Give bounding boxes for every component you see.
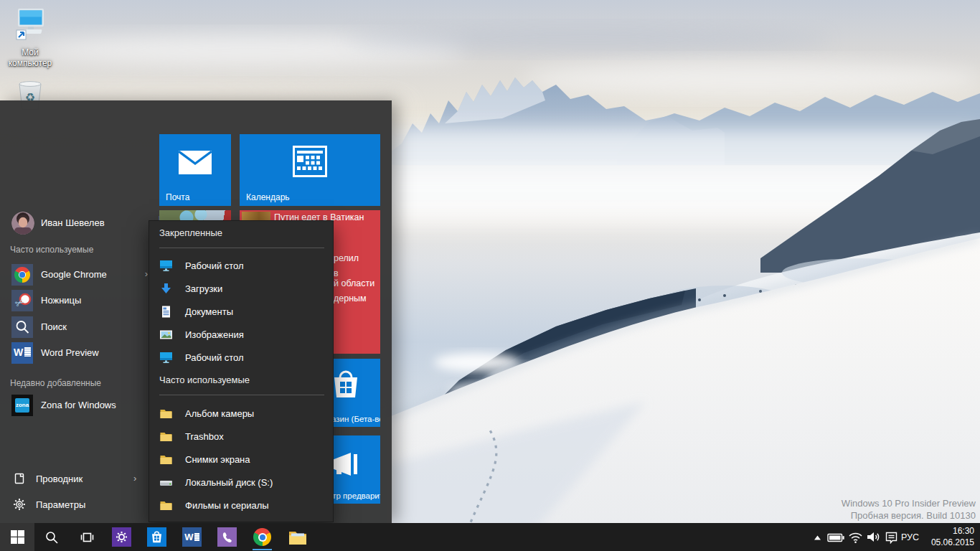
tile-mail[interactable]: Почта (159, 134, 231, 206)
chrome-icon (253, 528, 271, 546)
folder-icon (288, 529, 307, 545)
mail-icon (178, 150, 212, 176)
flyout-item-screenshots[interactable]: Снимки экрана (159, 453, 324, 468)
search-icon (44, 530, 59, 545)
chevron-up-icon (814, 534, 821, 541)
megaphone-icon (331, 451, 361, 477)
user-avatar[interactable] (11, 212, 34, 235)
desktop-monitor-icon (159, 352, 173, 364)
taskbar-word-app[interactable]: W (182, 527, 202, 547)
clock-time: 16:30 (931, 525, 974, 537)
flyout-item-camera-roll[interactable]: Альбом камеры (159, 407, 324, 423)
desktop: Мой компьютер ♻ Windows 10 Pro Insider P… (0, 0, 980, 551)
news-text-fragment: в (334, 268, 339, 278)
flyout-item-desktop[interactable]: Рабочий стол (159, 259, 324, 275)
start-item-search[interactable]: Поиск (11, 316, 152, 338)
taskbar-chrome-app[interactable] (253, 527, 272, 547)
folder-icon (159, 408, 173, 420)
calendar-icon (293, 146, 327, 177)
start-item-snipping-tool[interactable]: ✂ Ножницы (11, 290, 152, 311)
watermark-line1: Windows 10 Pro Insider Preview (842, 497, 976, 509)
word-icon: W (184, 532, 193, 542)
user-name[interactable]: Иван Шевелев (41, 217, 105, 228)
divider (159, 248, 324, 248)
action-center-icon (885, 531, 898, 544)
folder-icon (159, 453, 173, 466)
folder-icon (159, 499, 173, 512)
windows-logo-icon (11, 530, 24, 544)
flyout-item-pictures[interactable]: Изображения (159, 328, 324, 344)
taskbar-settings-app[interactable] (112, 527, 131, 547)
tray-action-center[interactable] (883, 530, 899, 544)
zona-icon: zona (11, 395, 33, 416)
insider-watermark: Windows 10 Pro Insider Preview Пробная в… (842, 497, 976, 522)
start-item-google-chrome[interactable]: Google Chrome › (11, 264, 152, 286)
task-view-icon (80, 530, 95, 545)
start-button[interactable] (0, 523, 34, 551)
phone-icon (222, 532, 233, 543)
desktop-icon-my-computer[interactable]: Мой компьютер (3, 6, 57, 69)
taskbar-search-button[interactable] (34, 523, 69, 551)
chevron-right-icon[interactable]: › (133, 473, 136, 484)
pinned-header: Закрепленные (159, 227, 222, 238)
picture-icon (159, 329, 173, 341)
tray-volume[interactable] (864, 530, 882, 544)
frequent-section-header: Часто используемые (10, 245, 93, 255)
tray-clock[interactable]: 16:30 05.06.2015 (931, 525, 974, 548)
wifi-icon (848, 531, 863, 544)
drive-icon (159, 476, 173, 489)
folder-icon (159, 430, 173, 443)
store-bag-icon (332, 369, 359, 400)
desktop-icon-label: Мой компьютер (9, 47, 52, 68)
snipping-tool-icon: ✂ (11, 290, 33, 311)
download-arrow-icon (159, 283, 173, 295)
my-computer-icon (3, 6, 57, 46)
battery-icon (827, 532, 845, 543)
news-text-fragment: й области (334, 278, 374, 288)
taskbar-store-app[interactable] (147, 527, 166, 547)
watermark-line2: Пробная версия. Build 10130 (842, 509, 976, 522)
start-item-zona[interactable]: zona Zona for Windows (11, 395, 152, 416)
clock-date: 05.06.2015 (931, 537, 974, 548)
tray-wifi[interactable] (847, 530, 863, 544)
recent-section-header: Недавно добавленные (10, 378, 101, 388)
news-text-fragment: релил (334, 253, 359, 263)
tray-show-hidden-icons[interactable] (811, 532, 823, 542)
store-bag-icon (151, 530, 163, 544)
file-explorer-outline-icon (13, 472, 26, 485)
flyout-item-trashbox[interactable]: Trashbox (159, 430, 324, 446)
taskbar-phone-app[interactable] (217, 527, 237, 547)
chrome-running-indicator (253, 549, 272, 550)
word-icon: W (11, 342, 33, 364)
word-page-icon (194, 533, 199, 541)
gear-icon (13, 498, 26, 511)
taskbar: W (0, 523, 980, 551)
nav-item-explorer[interactable]: Проводник › (13, 471, 149, 489)
flyout-item-local-disk[interactable]: Локальный диск (S:) (159, 476, 324, 491)
flyout-item-downloads[interactable]: Загрузки (159, 282, 324, 298)
taskbar-explorer-app[interactable] (288, 527, 307, 547)
gear-icon (116, 531, 128, 543)
task-view-button[interactable] (70, 523, 104, 551)
start-item-word-preview[interactable]: W Word Preview (11, 342, 152, 364)
chrome-icon (11, 264, 33, 286)
chevron-right-icon[interactable]: › (145, 268, 148, 279)
flyout-item-movies[interactable]: Фильмы и сериалы (159, 499, 324, 514)
news-text-fragment: дерным (334, 293, 367, 303)
tile-calendar[interactable]: Календарь (240, 134, 380, 206)
search-app-icon (11, 316, 33, 338)
flyout-item-documents[interactable]: Документы (159, 305, 324, 321)
desktop-monitor-icon (159, 260, 173, 272)
frequent-header: Часто используемые (159, 375, 250, 385)
explorer-flyout: Закрепленные Рабочий стол Загрузки (149, 220, 334, 522)
tray-language-indicator[interactable]: РУС (901, 531, 919, 543)
flyout-item-desktop-2[interactable]: Рабочий стол (159, 351, 324, 367)
divider (159, 395, 324, 395)
tray-battery[interactable] (826, 532, 845, 543)
nav-item-settings[interactable]: Параметры (13, 497, 149, 514)
speaker-icon (866, 530, 881, 544)
document-icon (159, 306, 173, 318)
